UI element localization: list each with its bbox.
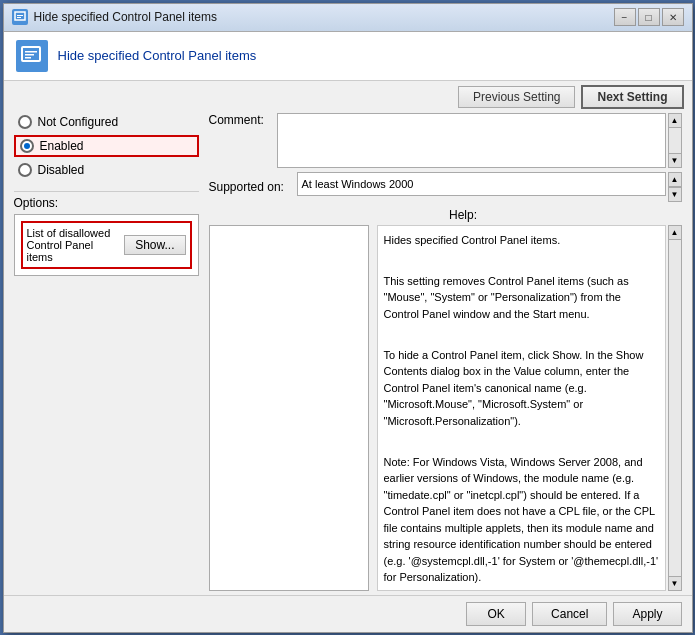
svg-rect-5 [25, 54, 34, 56]
window-controls: − □ ✕ [614, 8, 684, 26]
options-panel [209, 225, 369, 591]
help-scroll-up[interactable]: ▲ [669, 226, 681, 240]
cancel-button[interactable]: Cancel [532, 602, 607, 626]
radio-not-configured-circle [18, 115, 32, 129]
help-panel: Hides specified Control Panel items.This… [377, 225, 666, 591]
window-title: Hide specified Control Panel items [34, 10, 614, 24]
radio-enabled[interactable]: Enabled [14, 135, 199, 157]
apply-button[interactable]: Apply [613, 602, 681, 626]
ok-button[interactable]: OK [466, 602, 526, 626]
radio-disabled-label: Disabled [38, 163, 85, 177]
window-icon [12, 9, 28, 25]
options-section-label: Options: [14, 196, 59, 210]
svg-rect-6 [25, 57, 31, 59]
help-bottom-label: Help: [449, 208, 682, 222]
next-setting-button[interactable]: Next Setting [581, 85, 683, 109]
options-row: List of disallowed Control Panel items S… [21, 221, 192, 269]
right-panel: Comment: ▲ ▼ Supported on: At least Wind… [209, 113, 682, 591]
help-scroll-down[interactable]: ▼ [669, 576, 681, 590]
radio-not-configured[interactable]: Not Configured [14, 113, 199, 131]
show-button[interactable]: Show... [124, 235, 185, 255]
supported-value: At least Windows 2000 [297, 172, 666, 196]
supported-scroll-down[interactable]: ▼ [669, 187, 681, 201]
options-bottom-label [209, 208, 442, 222]
prev-setting-button[interactable]: Previous Setting [458, 86, 575, 108]
radio-group: Not Configured Enabled Disabled [14, 113, 199, 179]
svg-rect-4 [25, 51, 37, 53]
help-panel-container: Hides specified Control Panel items.This… [377, 225, 682, 591]
main-window: Hide specified Control Panel items − □ ✕… [3, 3, 693, 633]
radio-enabled-label: Enabled [40, 139, 84, 153]
dialog-icon [16, 40, 48, 72]
radio-disabled[interactable]: Disabled [14, 161, 199, 179]
options-box: List of disallowed Control Panel items S… [14, 214, 199, 276]
comment-section: Comment: ▲ ▼ [209, 113, 682, 168]
supported-scroll-up[interactable]: ▲ [669, 173, 681, 187]
radio-enabled-circle [20, 139, 34, 153]
nav-buttons-row: Previous Setting Next Setting [4, 81, 692, 113]
comment-label: Comment: [209, 113, 269, 127]
comment-scroll-up[interactable]: ▲ [669, 114, 681, 128]
supported-section: Supported on: At least Windows 2000 ▲ ▼ [209, 172, 682, 202]
comment-scroll-down[interactable]: ▼ [669, 153, 681, 167]
svg-rect-2 [17, 17, 21, 18]
svg-rect-1 [17, 15, 23, 16]
supported-label: Supported on: [209, 180, 289, 194]
close-button[interactable]: ✕ [662, 8, 684, 26]
footer: OK Cancel Apply [4, 595, 692, 632]
title-bar: Hide specified Control Panel items − □ ✕ [4, 4, 692, 32]
minimize-button[interactable]: − [614, 8, 636, 26]
dialog-header: Hide specified Control Panel items [4, 32, 692, 81]
radio-disabled-circle [18, 163, 32, 177]
options-list-label: List of disallowed Control Panel items [27, 227, 119, 263]
panels-row: Hides specified Control Panel items.This… [209, 225, 682, 591]
radio-not-configured-label: Not Configured [38, 115, 119, 129]
comment-textarea[interactable] [277, 113, 666, 168]
left-panel: Not Configured Enabled Disabled Options: [14, 113, 199, 591]
bottom-labels-row: Help: [209, 208, 682, 222]
dialog-title: Hide specified Control Panel items [58, 48, 257, 63]
maximize-button[interactable]: □ [638, 8, 660, 26]
